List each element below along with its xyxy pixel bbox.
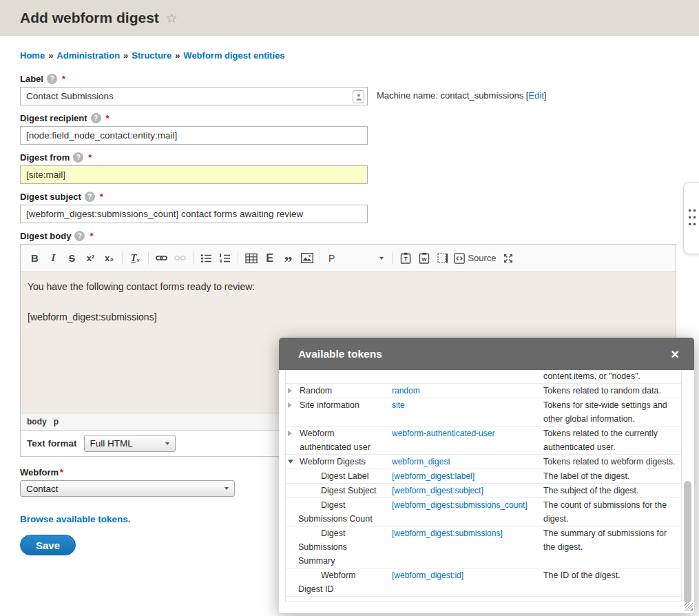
- label-input[interactable]: [20, 87, 368, 105]
- help-icon[interactable]: ?: [85, 192, 95, 202]
- toolbar-separator: [320, 252, 320, 265]
- token-name: Webform Digest ID: [289, 568, 392, 596]
- editor-paragraph: [webform_digest:submissions]: [28, 311, 669, 322]
- bracket: ]: [544, 90, 547, 101]
- path-p[interactable]: p: [54, 417, 59, 427]
- subscript-button[interactable]: x₂: [101, 249, 118, 267]
- label-text: Digest recipient: [20, 113, 87, 123]
- digest-from-label: Digest from ? *: [20, 152, 679, 163]
- select-all-button[interactable]: [434, 249, 451, 267]
- webform-select[interactable]: Contact: [20, 480, 235, 497]
- token-description: Tokens for site-wide settings and other …: [543, 398, 677, 426]
- required-mark: *: [88, 152, 92, 163]
- field-label: Label ? * Machine name: contact_submissi…: [20, 73, 679, 105]
- label-text: Label: [20, 74, 43, 84]
- breadcrumb-home[interactable]: Home: [20, 50, 45, 61]
- token-link-cell: [webform_digest:submissions_count]: [392, 498, 543, 526]
- breadcrumb-administration[interactable]: Administration: [56, 50, 120, 61]
- token-name: Digest Subject: [289, 484, 392, 497]
- help-icon[interactable]: ?: [74, 231, 85, 241]
- unlink-button[interactable]: [171, 249, 189, 267]
- token-link[interactable]: [webform_digest:subject]: [392, 486, 483, 495]
- numbered-list-button[interactable]: [216, 249, 233, 267]
- machine-name-edit-link[interactable]: Edit: [528, 90, 543, 101]
- token-name: Random: [289, 384, 392, 398]
- token-link-cell: [webform_digest:subject]: [392, 484, 543, 497]
- token-row-webform-authenticated-user: Webform authenticated user webform-authe…: [286, 427, 681, 455]
- remove-format-button[interactable]: Tₓ: [127, 249, 144, 267]
- token-link[interactable]: webform-authenticated-user: [392, 429, 494, 438]
- help-icon[interactable]: ?: [47, 74, 57, 84]
- token-link[interactable]: [webform_digest:submissions]: [392, 528, 503, 538]
- toolbar-separator: [148, 252, 149, 265]
- paste-from-word-button[interactable]: W: [415, 249, 432, 267]
- required-mark: *: [106, 113, 109, 123]
- token-link[interactable]: webform_digest: [392, 457, 450, 466]
- label-text: Digest from: [20, 152, 70, 163]
- link-button[interactable]: [153, 249, 170, 267]
- scrollbar-thumb[interactable]: [684, 481, 691, 603]
- resize-grip-icon[interactable]: [685, 603, 693, 611]
- format-value: P: [328, 253, 335, 264]
- path-body[interactable]: body: [27, 417, 47, 427]
- token-name: Webform Digests: [289, 455, 392, 469]
- blockquote-button[interactable]: ”: [280, 246, 297, 270]
- expand-triangle-icon[interactable]: [288, 388, 292, 393]
- token-link-cell: webform_digest: [392, 455, 543, 469]
- token-description: Tokens related to webform digests.: [543, 455, 677, 469]
- bold-button[interactable]: B: [26, 249, 43, 267]
- superscript-button[interactable]: x²: [82, 249, 99, 267]
- digest-recipient-input[interactable]: [20, 126, 368, 145]
- field-digest-subject: Digest subject ? *: [20, 191, 679, 223]
- paste-text-button[interactable]: T: [397, 249, 414, 267]
- token-link[interactable]: site: [392, 400, 405, 410]
- breadcrumb: Home»Administration»Structure»Webform di…: [20, 50, 679, 61]
- token-link[interactable]: [webform_digest:label]: [392, 471, 474, 481]
- page-header: Add webform digest ☆: [0, 0, 699, 36]
- help-icon[interactable]: ?: [91, 113, 101, 123]
- field-digest-from: Digest from ? *: [20, 152, 679, 184]
- token-row-random: Random random Tokens related to random d…: [286, 384, 681, 398]
- bulleted-list-button[interactable]: [198, 249, 215, 267]
- token-description: The count of submissions for the digest.: [543, 498, 677, 526]
- table-button[interactable]: [242, 249, 260, 267]
- token-description: content items, or "nodes".: [543, 370, 677, 383]
- paragraph-format-dropdown[interactable]: P: [324, 249, 388, 267]
- expand-triangle-icon[interactable]: [288, 431, 292, 436]
- collapse-triangle-icon[interactable]: [288, 460, 293, 464]
- expand-triangle-icon[interactable]: [288, 402, 292, 408]
- save-button[interactable]: Save: [20, 535, 76, 555]
- editor-toolbar: B I S x² x₂ Tₓ: [21, 245, 676, 272]
- embed-button[interactable]: E: [261, 249, 278, 267]
- token-row-digest-label: Digest Label [webform_digest:label] The …: [286, 469, 681, 484]
- digest-from-input[interactable]: [20, 165, 368, 184]
- token-table: content items, or "nodes". Random random…: [285, 370, 682, 602]
- token-description: The ID of the digest.: [543, 568, 677, 596]
- page-title: Add webform digest: [20, 10, 159, 26]
- browse-tokens-link[interactable]: Browse available tokens.: [20, 514, 131, 524]
- tray-handle[interactable]: [683, 182, 699, 254]
- breadcrumb-structure[interactable]: Structure: [132, 50, 171, 61]
- digest-subject-label: Digest subject ? *: [20, 191, 679, 203]
- token-description: The label of the digest.: [543, 469, 677, 483]
- source-button[interactable]: Source: [452, 249, 498, 267]
- italic-button[interactable]: I: [45, 249, 62, 267]
- image-button[interactable]: [298, 249, 315, 267]
- token-link[interactable]: random: [392, 386, 420, 396]
- machine-name-text: Machine name: contact_submissions: [377, 90, 523, 101]
- help-icon[interactable]: ?: [73, 152, 83, 163]
- close-icon[interactable]: ×: [671, 347, 679, 361]
- token-link[interactable]: [webform_digest:submissions_count]: [392, 500, 528, 510]
- token-link[interactable]: [webform_digest:id]: [392, 571, 463, 580]
- maximize-button[interactable]: [499, 249, 517, 267]
- autofill-contact-icon[interactable]: [353, 90, 364, 103]
- strikethrough-button[interactable]: S: [63, 249, 81, 267]
- token-row-webform-digest-id: Webform Digest ID [webform_digest:id] Th…: [286, 568, 681, 597]
- breadcrumb-webform-digest-entities[interactable]: Webform digest entities: [183, 50, 284, 61]
- dialog-header[interactable]: Available tokens ×: [279, 338, 694, 370]
- favorite-star-icon[interactable]: ☆: [166, 12, 178, 25]
- dialog-scrollbar[interactable]: [684, 372, 692, 599]
- text-format-select[interactable]: Full HTML: [84, 435, 176, 452]
- token-name: Digest Label: [289, 469, 392, 483]
- digest-subject-input[interactable]: [20, 205, 368, 223]
